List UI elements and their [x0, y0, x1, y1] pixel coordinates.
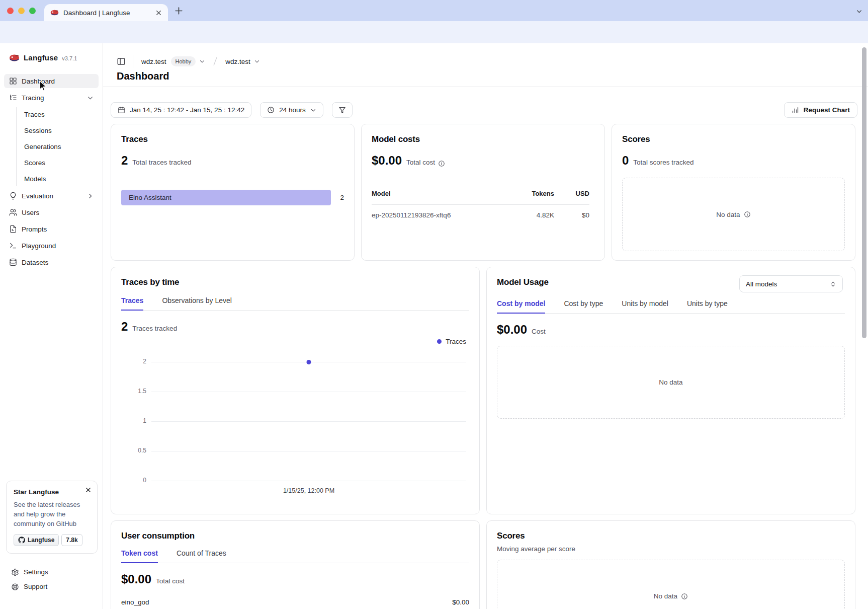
sidebar-item-prompts[interactable]: Prompts [4, 222, 99, 236]
project-name[interactable]: wdz.test [225, 58, 250, 65]
sidebar-item-models[interactable]: Models [17, 172, 99, 186]
scores-total-value: 0 [622, 154, 629, 168]
sidebar-item-dashboard[interactable]: Dashboard [4, 74, 99, 88]
sidebar-footer: Star Langfuse See the latest releases an… [6, 481, 98, 594]
legend-label: Traces [446, 338, 466, 345]
model-usd: $0 [554, 211, 589, 219]
list-item[interactable]: eino_god $0.00 [121, 598, 469, 606]
traces-total-value: 2 [121, 154, 128, 168]
tab-count-of-traces[interactable]: Count of Traces [177, 549, 226, 563]
request-chart-label: Request Chart [804, 106, 850, 114]
tab-units-by-type[interactable]: Units by type [687, 299, 728, 313]
star-card-title: Star Langfuse [14, 488, 90, 496]
sidebar-item-label: Support [24, 583, 47, 590]
langfuse-logo [9, 54, 20, 61]
y-axis-tick: 1 [126, 417, 146, 424]
breadcrumb-slash [211, 56, 219, 66]
sidebar-item-label: Playground [22, 242, 56, 250]
model-usage-value: $0.00 [497, 323, 527, 337]
info-icon[interactable] [744, 211, 751, 218]
tab-observations-by-level[interactable]: Observations by Level [162, 296, 232, 310]
list-tree-icon [9, 94, 17, 102]
close-window-button[interactable] [7, 8, 14, 14]
chevron-down-icon[interactable] [199, 58, 205, 64]
sidebar-item-label: Prompts [22, 225, 47, 233]
sidebar-item-datasets[interactable]: Datasets [4, 255, 99, 269]
trace-bar-row: Eino Assistant 2 [121, 190, 344, 205]
model-usage-tabs: Cost by model Cost by type Units by mode… [497, 299, 845, 314]
tab-token-cost[interactable]: Token cost [121, 549, 158, 563]
tab-title: Dashboard | Langfuse [63, 9, 151, 17]
browser-titlebar: Dashboard | Langfuse [0, 0, 868, 21]
sidebar-toggle-icon[interactable] [117, 57, 126, 66]
browser-tab[interactable]: Dashboard | Langfuse [44, 4, 168, 21]
github-langfuse-button[interactable]: Langfuse [14, 534, 59, 546]
gridline [151, 392, 466, 392]
tab-cost-by-model[interactable]: Cost by model [497, 299, 545, 313]
user-consumption-tabs: Token cost Count of Traces [121, 549, 469, 563]
scores-empty-state: No data [622, 178, 845, 251]
model-name: ep-20250112193826-xftq6 [372, 211, 506, 219]
trace-bar-value: 2 [340, 194, 344, 201]
data-point[interactable] [307, 360, 311, 364]
traces-by-time-tabs: Traces Observations by Level [121, 296, 469, 311]
y-axis-tick: 2 [126, 358, 146, 365]
sidebar: Langfuse v3.7.1 Dashboard Tracing Traces… [0, 43, 103, 609]
github-icon [18, 537, 25, 544]
tab-units-by-model[interactable]: Units by model [622, 299, 668, 313]
chevron-down-icon [310, 107, 316, 113]
lifebuoy-icon [11, 583, 19, 591]
sidebar-item-playground[interactable]: Playground [4, 239, 99, 253]
close-icon[interactable] [85, 487, 92, 493]
card-title: Scores [497, 531, 845, 541]
filter-button[interactable] [332, 102, 353, 118]
model-filter-select[interactable]: All models [739, 275, 843, 292]
model-usage-caption: Cost [532, 328, 546, 335]
time-preset-dropdown[interactable]: 24 hours [260, 102, 323, 118]
sidebar-item-users[interactable]: Users [4, 205, 99, 219]
brand-name: Langfuse [24, 53, 58, 62]
sidebar-item-evaluation[interactable]: Evaluation [4, 189, 99, 203]
sidebar-item-settings[interactable]: Settings [6, 565, 98, 579]
scores-total-caption: Total scores tracked [633, 159, 693, 166]
info-icon[interactable] [438, 160, 445, 167]
clock-icon [267, 106, 275, 114]
new-tab-button[interactable] [174, 6, 184, 16]
tab-traces[interactable]: Traces [121, 296, 143, 310]
star-langfuse-card: Star Langfuse See the latest releases an… [6, 481, 98, 554]
trace-bar-eino-assistant[interactable]: Eino Assistant [121, 190, 331, 205]
model-usage-card: Model Usage All models Cost by model Cos… [486, 267, 855, 514]
scrollbar-thumb[interactable] [862, 47, 866, 338]
sidebar-item-support[interactable]: Support [6, 579, 98, 594]
info-icon[interactable] [681, 593, 688, 600]
model-tokens: 4.82K [506, 211, 554, 219]
y-axis-tick: 1.5 [126, 388, 146, 395]
no-data-label: No data [716, 211, 740, 218]
main-content: wdz.test Hobby wdz.test Dashboard Jan 14… [103, 43, 868, 609]
breadcrumb-divider [133, 55, 133, 68]
sidebar-item-traces[interactable]: Traces [17, 107, 99, 122]
chevron-down-icon [87, 95, 94, 101]
lightbulb-icon [9, 192, 17, 200]
sidebar-item-sessions[interactable]: Sessions [17, 123, 99, 138]
langfuse-favicon [50, 10, 59, 16]
sidebar-item-generations[interactable]: Generations [17, 139, 99, 154]
tab-cost-by-type[interactable]: Cost by type [564, 299, 603, 313]
github-star-count[interactable]: 7.8k [61, 534, 82, 546]
model-usage-empty-state: No data [497, 346, 845, 419]
chevron-down-icon[interactable] [254, 58, 260, 64]
org-name[interactable]: wdz.test [141, 58, 166, 65]
y-axis-tick: 0.5 [126, 447, 146, 454]
sidebar-item-scores[interactable]: Scores [17, 156, 99, 170]
zoom-window-button[interactable] [29, 8, 36, 14]
tab-search-chevron-icon[interactable] [856, 8, 862, 15]
traces-chart[interactable]: 21.510.501/15/25, 12:00 PM [151, 346, 466, 497]
sidebar-item-tracing[interactable]: Tracing [4, 91, 99, 105]
no-data-label: No data [659, 378, 682, 386]
request-chart-button[interactable]: Request Chart [784, 102, 857, 118]
sidebar-item-label: Tracing [22, 94, 44, 102]
close-tab-icon[interactable] [155, 10, 162, 16]
date-range-picker[interactable]: Jan 14, 25 : 12:42 - Jan 15, 25 : 12:42 [111, 102, 251, 118]
table-row[interactable]: ep-20250112193826-xftq6 4.82K $0 [372, 205, 589, 219]
minimize-window-button[interactable] [18, 8, 25, 14]
